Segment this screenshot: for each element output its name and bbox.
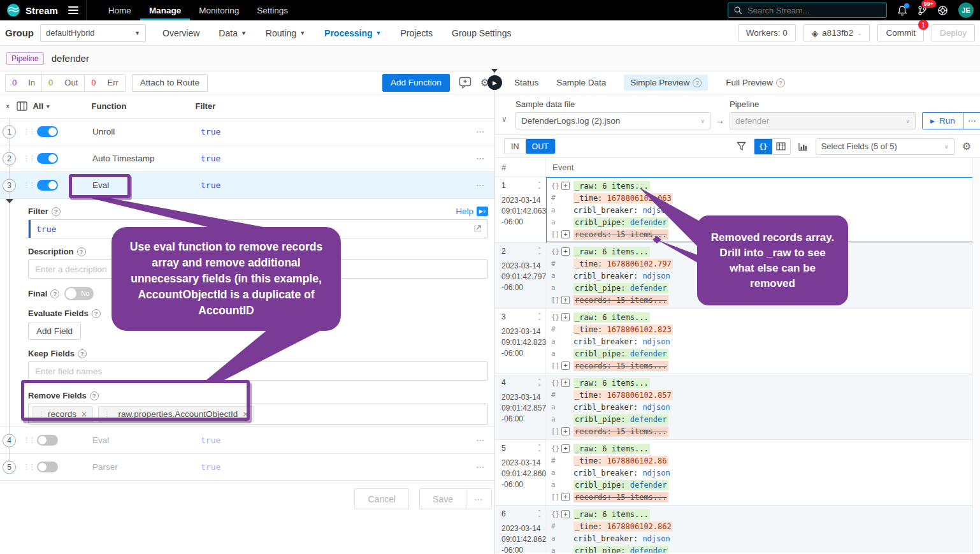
event-row[interactable]: 4 ⌃⌄ 2023-03-14 09:01:42.857 -06:00 {} +… xyxy=(495,374,980,440)
table-view-button[interactable] xyxy=(772,139,790,154)
drag-handle-icon[interactable]: ⋮⋮ xyxy=(23,181,34,189)
chart-icon[interactable] xyxy=(798,142,808,151)
expand-collapse-sorter-icon[interactable]: ⌃⌄ xyxy=(537,379,542,386)
notifications-bell[interactable] xyxy=(897,5,907,16)
commit-button[interactable]: Commit 1 xyxy=(877,24,924,41)
event-row[interactable]: 6 ⌃⌄ 2023-03-14 09:01:42.862 -06:00 {} +… xyxy=(495,506,980,553)
help-circle-icon[interactable]: ? xyxy=(50,289,59,298)
attach-to-route-button[interactable]: Attach to Route xyxy=(132,74,208,92)
vertical-scrollbar[interactable] xyxy=(972,158,980,554)
event-row[interactable]: 5 ⌃⌄ 2023-03-14 09:01:42.860 -06:00 {} +… xyxy=(495,440,980,506)
tab-simple-preview[interactable]: Simple Preview ? xyxy=(624,75,708,91)
in-toggle[interactable]: IN xyxy=(505,139,526,154)
field-records-removed[interactable]: [] + records: 15 items... xyxy=(551,228,975,240)
function-row-eval-disabled[interactable]: 4 ⋮⋮ Eval true ⋯ xyxy=(0,427,494,454)
select-fields-dropdown[interactable]: Select Fields (5 of 5)∨ xyxy=(816,138,955,155)
expand-plus-icon[interactable]: + xyxy=(561,182,570,190)
expand-plus-icon[interactable]: + xyxy=(561,361,570,370)
help-link[interactable]: Help ▶? xyxy=(456,207,488,216)
tab-processing[interactable]: Processing▼ xyxy=(324,28,381,38)
tab-status[interactable]: Status xyxy=(514,78,538,87)
group-by-all-dropdown[interactable]: All▾ xyxy=(32,101,49,111)
tab-group-settings[interactable]: Group Settings xyxy=(452,28,511,38)
preview-settings-gear-icon[interactable]: ⚙ xyxy=(962,140,971,152)
workers-button[interactable]: Workers: 0 xyxy=(738,24,796,41)
event-cell[interactable]: {} + _raw: 6 items... # _time: 167880610… xyxy=(546,440,980,505)
tab-sample-data[interactable]: Sample Data xyxy=(556,78,606,87)
brand[interactable]: Stream xyxy=(0,0,64,20)
expand-collapse-sorter-icon[interactable]: ⌃⌄ xyxy=(537,445,542,451)
event-cell[interactable]: {} + _raw: 6 items... # _time: 167880610… xyxy=(546,177,980,242)
add-function-button[interactable]: Add Function xyxy=(382,74,450,92)
tab-routing[interactable]: Routing▼ xyxy=(266,28,305,38)
out-toggle[interactable]: OUT xyxy=(526,139,555,154)
nav-item-settings[interactable]: Settings xyxy=(248,0,297,20)
field-cribl-pipe[interactable]: a cribl_pipe: defender xyxy=(551,347,975,360)
preview-play-button[interactable]: ▶ xyxy=(487,75,502,90)
help-circle-icon[interactable]: ? xyxy=(776,78,785,87)
help-circle-icon[interactable]: ? xyxy=(52,207,61,216)
drag-handle-icon[interactable]: ⋮⋮ xyxy=(23,154,34,163)
tab-overview[interactable]: Overview xyxy=(162,28,199,38)
function-toggle-off[interactable] xyxy=(37,435,58,446)
field-time[interactable]: # _time: 1678806102.857 xyxy=(551,389,975,401)
add-field-button[interactable]: Add Field xyxy=(28,323,81,340)
add-comment-icon[interactable] xyxy=(459,77,472,89)
row-menu-icon[interactable]: ⋯ xyxy=(476,462,486,472)
field-cribl-pipe[interactable]: a cribl_pipe: defender xyxy=(551,413,975,425)
field-raw[interactable]: {} + _raw: 6 items... xyxy=(551,311,975,323)
event-row[interactable]: 1 ⌃⌄ 2023-03-14 09:01:42.063 -06:00 {} +… xyxy=(495,177,980,243)
expand-plus-icon[interactable]: + xyxy=(561,247,570,256)
field-raw[interactable]: {} + _raw: 6 items... xyxy=(551,245,975,258)
drag-handle-icon[interactable]: ⋮⋮ xyxy=(23,463,34,471)
nav-item-manage[interactable]: Manage xyxy=(140,0,190,20)
row-menu-icon[interactable]: ⋯ xyxy=(476,154,486,163)
function-row-parser-disabled[interactable]: 5 ⋮⋮ Parser true ⋯ xyxy=(0,454,494,481)
field-raw[interactable]: {} + _raw: 6 items... xyxy=(551,377,975,389)
commits-branch[interactable]: 99+ xyxy=(918,5,927,16)
field-records-removed[interactable]: [] + records: 15 items... xyxy=(551,491,975,503)
expand-editor-icon[interactable] xyxy=(473,224,482,235)
field-cribl-pipe[interactable]: a cribl_pipe: defender xyxy=(551,216,975,228)
expand-plus-icon[interactable]: + xyxy=(561,230,570,238)
expand-plus-icon[interactable]: + xyxy=(561,313,570,321)
help-circle-icon[interactable]: ? xyxy=(693,78,702,87)
remove-field-chip-accountobjectid[interactable]: ⋮ _raw.properties.AccountObjectId ✕ xyxy=(98,406,254,422)
field-time[interactable]: # _time: 1678806102.823 xyxy=(551,323,975,335)
hamburger-menu-icon[interactable] xyxy=(68,6,78,14)
function-row-eval-selected[interactable]: 3 ⋮⋮ Eval true ⋯ xyxy=(0,172,494,199)
event-cell[interactable]: {} + _raw: 6 items... # _time: 167880610… xyxy=(546,309,980,374)
function-toggle-off[interactable] xyxy=(37,462,58,472)
sample-file-select[interactable]: DefenderLogs.log (2).json∨ xyxy=(515,112,710,129)
row-menu-icon[interactable]: ⋯ xyxy=(476,435,486,445)
remove-field-chip-records[interactable]: ⋮ records ✕ xyxy=(32,406,93,422)
field-time[interactable]: # _time: 1678806102.86 xyxy=(551,455,975,467)
row-menu-icon[interactable]: ⋯ xyxy=(476,180,486,190)
field-time[interactable]: # _time: 1678806102.063 xyxy=(551,192,975,204)
json-view-button[interactable]: {} xyxy=(754,139,772,154)
field-raw[interactable]: {} + _raw: 6 items... xyxy=(551,442,975,455)
remove-fields-input[interactable]: ⋮ records ✕ ⋮ _raw.properties.AccountObj… xyxy=(28,404,488,425)
function-toggle-on[interactable] xyxy=(37,153,58,164)
final-toggle-off[interactable]: No xyxy=(64,287,94,300)
run-menu-icon[interactable]: ⋯ xyxy=(963,113,980,129)
field-cribl-breaker[interactable]: a cribl_breaker: ndjson xyxy=(551,401,975,413)
commit-id-button[interactable]: ◈ a813fb2 ⌄ xyxy=(803,24,870,41)
tab-full-preview[interactable]: Full Preview ? xyxy=(726,78,785,87)
field-cribl-breaker[interactable]: a cribl_breaker: ndjson xyxy=(551,532,975,544)
preview-pipeline-select[interactable]: defender∨ xyxy=(730,112,916,129)
field-time[interactable]: # _time: 1678806102.797 xyxy=(551,258,975,270)
function-toggle-on[interactable] xyxy=(37,180,58,191)
run-button[interactable]: ▶ Run xyxy=(923,113,963,129)
event-row[interactable]: 2 ⌃⌄ 2023-03-14 09:01:42.797 -06:00 {} +… xyxy=(495,243,980,309)
nav-item-monitoring[interactable]: Monitoring xyxy=(190,0,248,20)
expand-plus-icon[interactable]: + xyxy=(561,427,570,435)
row-menu-icon[interactable]: ⋯ xyxy=(476,127,486,136)
columns-icon[interactable] xyxy=(17,101,27,111)
expand-collapse-sorter-icon[interactable]: ⌃⌄ xyxy=(537,182,542,189)
help-circle-icon[interactable]: ? xyxy=(78,349,87,358)
remove-chip-icon[interactable]: ✕ xyxy=(81,410,87,419)
search-input[interactable] xyxy=(747,6,875,15)
tab-projects[interactable]: Projects xyxy=(400,28,433,38)
field-records-removed[interactable]: [] + records: 15 items... xyxy=(551,425,975,437)
